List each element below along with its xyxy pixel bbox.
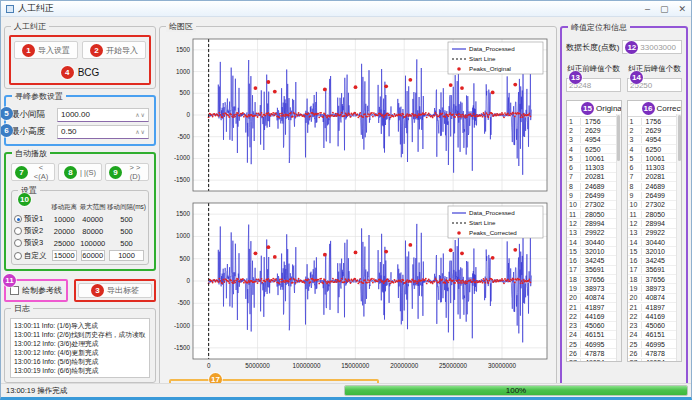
annotation-badge: 9 xyxy=(109,166,122,179)
table-row[interactable]: 2546995 xyxy=(567,340,621,349)
scrollbar[interactable] xyxy=(676,114,681,361)
preset-value-input[interactable]: 60000 xyxy=(81,250,106,261)
table-row[interactable]: 1228994 xyxy=(567,219,621,228)
table-row[interactable]: 1938973 xyxy=(567,284,621,293)
table-row[interactable]: 2446151 xyxy=(628,331,682,340)
table-row[interactable]: 824689 xyxy=(567,182,621,191)
peak-value: 38973 xyxy=(642,285,665,292)
close-button[interactable]: ✕ xyxy=(678,4,686,14)
min-height-input[interactable]: 0.50 ∧ ∨ xyxy=(57,125,149,139)
row-index: 2 xyxy=(567,127,581,134)
annotation-badge: 11 xyxy=(3,274,16,287)
spin-up-icon[interactable]: ∧ xyxy=(135,128,139,135)
table-row[interactable]: 22629 xyxy=(628,126,682,135)
table-row[interactable]: 1430440 xyxy=(567,238,621,247)
table-row[interactable]: 1634245 xyxy=(628,256,682,265)
table-row[interactable]: 1634245 xyxy=(567,256,621,265)
table-row[interactable]: 1027302 xyxy=(567,201,621,210)
spin-up-icon[interactable]: ∧ xyxy=(135,111,139,118)
table-row[interactable]: 2749054 xyxy=(567,359,621,361)
table-row[interactable]: 2040874 xyxy=(567,294,621,303)
radio-icon[interactable] xyxy=(14,239,22,247)
table-row[interactable]: 1735691 xyxy=(628,266,682,275)
table-row[interactable]: 1128050 xyxy=(628,210,682,219)
table-row[interactable]: 2647878 xyxy=(628,349,682,358)
table-row[interactable]: 2244169 xyxy=(567,312,621,321)
play-backward-button[interactable]: 7 < <(A) xyxy=(11,163,55,181)
table-row[interactable]: 1837656 xyxy=(567,275,621,284)
table-row[interactable]: 1837656 xyxy=(628,275,682,284)
table-row[interactable]: 926499 xyxy=(628,191,682,200)
checkbox-icon[interactable] xyxy=(10,286,19,295)
radio-icon[interactable] xyxy=(14,215,22,223)
table-row[interactable]: 1228994 xyxy=(628,219,682,228)
table-row[interactable]: 22629 xyxy=(567,126,621,135)
preset-value-input[interactable]: 15000 xyxy=(52,250,77,261)
table-row[interactable]: 611303 xyxy=(628,163,682,172)
table-row[interactable]: 2141897 xyxy=(567,303,621,312)
log-output[interactable]: 13:00:11 Info: (1/6)导入完成13:00:11 Info: (… xyxy=(10,318,150,378)
scrollbar[interactable] xyxy=(616,114,621,361)
play-forward-button[interactable]: 9 > >(D) xyxy=(105,163,149,181)
minimize-button[interactable]: – xyxy=(645,4,650,14)
table-row[interactable]: 2040874 xyxy=(628,294,682,303)
table-row[interactable]: 2647878 xyxy=(567,349,621,358)
preset-value: 500 xyxy=(107,215,146,224)
table-row[interactable]: 611303 xyxy=(567,163,621,172)
table-row[interactable]: 2244169 xyxy=(628,312,682,321)
table-row[interactable]: 926499 xyxy=(567,191,621,200)
table-row[interactable]: 1128050 xyxy=(567,210,621,219)
import-settings-button[interactable]: 1 导入设置 xyxy=(14,41,78,59)
table-row[interactable]: 1329922 xyxy=(567,229,621,238)
table-row[interactable]: 46250 xyxy=(567,145,621,154)
table-row[interactable]: 1532010 xyxy=(628,247,682,256)
preset-column-header: 最大范围 xyxy=(79,203,108,212)
table-row[interactable]: 2446151 xyxy=(567,331,621,340)
table-row[interactable]: 11756 xyxy=(567,117,621,126)
table-row[interactable]: 11756 xyxy=(628,117,682,126)
preset-option[interactable]: 预设2 xyxy=(14,226,50,236)
spin-down-icon[interactable]: ∨ xyxy=(141,111,145,118)
preset-label: 预设3 xyxy=(24,238,43,248)
table-row[interactable]: 1938973 xyxy=(628,284,682,293)
table-row[interactable]: 720281 xyxy=(567,173,621,182)
radio-icon[interactable] xyxy=(14,252,22,260)
peak-value: 4954 xyxy=(581,136,601,143)
table-row[interactable]: 510061 xyxy=(567,154,621,163)
maximize-button[interactable]: ▢ xyxy=(660,4,669,14)
preset-option[interactable]: 预设1 xyxy=(14,214,50,224)
table-row[interactable]: 1430440 xyxy=(628,238,682,247)
table-row[interactable]: 720281 xyxy=(628,173,682,182)
preset-option[interactable]: 自定义 xyxy=(14,251,50,261)
table-row[interactable]: 1735691 xyxy=(567,266,621,275)
table-row[interactable]: 2345060 xyxy=(567,322,621,331)
row-index: 7 xyxy=(628,173,642,180)
radio-icon[interactable] xyxy=(14,227,22,235)
table-row[interactable]: 510061 xyxy=(628,154,682,163)
spin-down-icon[interactable]: ∨ xyxy=(141,128,145,135)
table-row[interactable]: 1329922 xyxy=(628,229,682,238)
signal-plot-original[interactable]: 150010005000-500-1000-1500Data_Processed… xyxy=(163,35,553,195)
table-row[interactable]: 34954 xyxy=(567,136,621,145)
pause-button[interactable]: 8 | |(S) xyxy=(58,163,102,181)
table-row[interactable]: 34954 xyxy=(628,136,682,145)
peak-value: 46995 xyxy=(642,341,665,348)
table-row[interactable]: 2546995 xyxy=(628,340,682,349)
table-row[interactable]: 824689 xyxy=(628,182,682,191)
signal-plot-corrected[interactable]: 150010005000-500-1000-150005000000100000… xyxy=(163,199,553,372)
table-row[interactable]: 1532010 xyxy=(567,247,621,256)
table-row[interactable]: 2749054 xyxy=(628,359,682,361)
draw-reference-checkbox[interactable]: 11 绘制参考线 xyxy=(4,279,68,302)
table-row[interactable]: 2345060 xyxy=(628,322,682,331)
log-line: 13:00:19 Info: (6/6)绘制完成 xyxy=(14,366,146,375)
table-row[interactable]: 2141897 xyxy=(628,303,682,312)
start-import-button[interactable]: 2 开始导入 xyxy=(82,41,146,59)
table-row[interactable]: 46250 xyxy=(628,145,682,154)
min-interval-input[interactable]: 1000.00 ∧ ∨ xyxy=(57,108,149,122)
table-row[interactable]: 1027302 xyxy=(628,201,682,210)
svg-text:1500: 1500 xyxy=(176,210,191,217)
export-labels-button[interactable]: 3 导出标签 xyxy=(78,283,152,298)
preset-value-input[interactable]: 1000 xyxy=(109,250,144,261)
preset-option[interactable]: 预设3 xyxy=(14,238,50,248)
svg-text:500: 500 xyxy=(179,89,190,96)
